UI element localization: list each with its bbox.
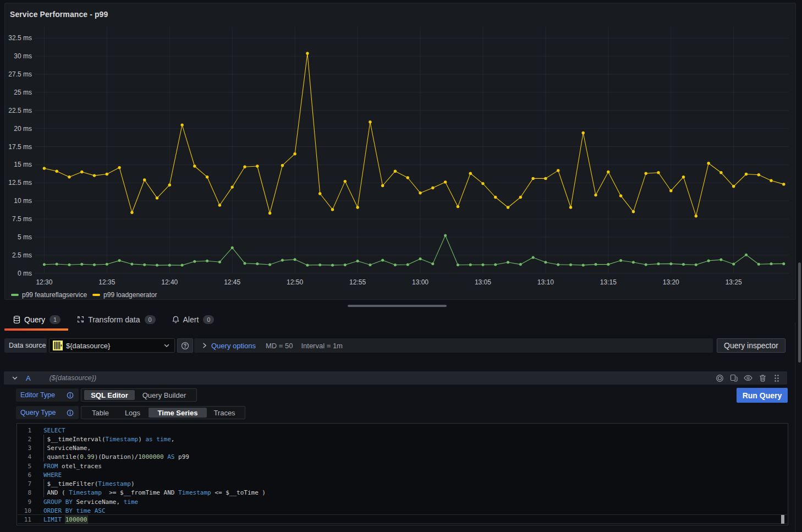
line-number: 1 xyxy=(17,426,31,435)
datasource-help-button[interactable] xyxy=(177,338,193,353)
line-number: 6 xyxy=(17,470,31,480)
legend-label[interactable]: p99 loadgenerator xyxy=(103,291,157,299)
code-line-2[interactable]: 2 $__timeInterval(Timestamp) as time, xyxy=(17,435,788,444)
svg-text:22.5 ms: 22.5 ms xyxy=(8,107,32,114)
svg-text:7.5 ms: 7.5 ms xyxy=(12,215,32,223)
code-line-9[interactable]: 9GROUP BY ServiceName, time xyxy=(17,497,788,507)
svg-text:13:10: 13:10 xyxy=(537,278,554,286)
tab-query-label: Query xyxy=(24,315,45,324)
pane-right-border xyxy=(795,322,795,532)
svg-text:10 ms: 10 ms xyxy=(14,197,32,205)
svg-text:12:55: 12:55 xyxy=(349,278,366,286)
legend-swatch-green xyxy=(11,294,19,296)
code-line-10[interactable]: 10ORDER BY time ASC xyxy=(17,506,788,515)
legend-item-featureflagservice[interactable]: p99 featureflagservice xyxy=(11,291,87,299)
legend-item-loadgenerator[interactable]: p99 loadgenerator xyxy=(92,291,157,299)
info-circle-icon[interactable] xyxy=(67,392,74,399)
svg-text:17.5 ms: 17.5 ms xyxy=(8,143,32,151)
bell-icon xyxy=(172,316,179,323)
query-type-label: Query Type xyxy=(20,409,56,416)
line-number: 9 xyxy=(17,497,31,507)
code-line-11[interactable]: 11LIMIT 100000 xyxy=(17,515,788,524)
code-line-8[interactable]: 8 AND ( Timestamp >= $__fromTime AND Tim… xyxy=(17,488,788,497)
radio-option-logs[interactable]: Logs xyxy=(117,408,149,418)
chevron-down-icon xyxy=(163,342,170,349)
radio-option-time-series[interactable]: Time Series xyxy=(149,408,207,418)
angle-right-icon xyxy=(202,342,207,349)
radio-option-query-builder[interactable]: Query Builder xyxy=(135,390,194,400)
code-text: SELECT xyxy=(43,426,65,435)
query-type-label-box: Query Type xyxy=(16,406,79,419)
run-query-button[interactable]: Run Query xyxy=(737,388,788,403)
svg-text:13:25: 13:25 xyxy=(726,278,742,286)
tab-alert[interactable]: Alert 0 xyxy=(163,311,222,330)
datasource-picker[interactable]: ${datasource} xyxy=(49,338,175,353)
code-text: quantile(0.99)(Duration)/1000000 AS p99 xyxy=(43,452,189,462)
pane-splitter-handle[interactable] xyxy=(348,305,447,307)
indent-guide xyxy=(43,435,44,443)
code-line-5[interactable]: 5FROM otel_traces xyxy=(17,462,788,471)
database-icon xyxy=(13,316,20,323)
disable-query-icon[interactable] xyxy=(715,374,724,382)
code-line-1[interactable]: 1SELECT xyxy=(17,426,788,435)
code-text: WHERE xyxy=(43,470,62,480)
angle-down-icon xyxy=(12,375,18,381)
svg-text:27.5 ms: 27.5 ms xyxy=(8,70,32,78)
query-row-header[interactable]: A (${datasource}) xyxy=(4,371,787,385)
max-data-points-value: MD = 50 xyxy=(266,342,293,350)
legend-label[interactable]: p99 featureflagservice xyxy=(22,291,87,299)
query-actions xyxy=(715,374,787,382)
svg-text:12:45: 12:45 xyxy=(224,278,240,286)
vertical-scrollbar-thumb[interactable] xyxy=(798,262,801,363)
code-line-7[interactable]: 7 $__timeFilter(Timestamp) xyxy=(17,479,788,489)
query-options-row[interactable]: Query options MD = 50 Interval = 1m xyxy=(194,338,713,353)
query-ref-id: A xyxy=(26,374,31,382)
line-number: 5 xyxy=(17,462,31,471)
info-circle-icon[interactable] xyxy=(67,409,74,416)
radio-option-table[interactable]: Table xyxy=(84,408,117,418)
radio-option-sql-editor[interactable]: SQL Editor xyxy=(84,390,135,400)
clickhouse-logo-icon xyxy=(53,341,63,350)
svg-text:13:05: 13:05 xyxy=(475,278,491,286)
tab-query[interactable]: Query 1 xyxy=(4,311,68,330)
editor-type-radio-group: SQL EditorQuery Builder xyxy=(81,388,197,402)
query-type-radio-group: TableLogsTime SeriesTraces xyxy=(81,406,245,419)
query-inspector-button[interactable]: Query inspector xyxy=(717,338,785,353)
indent-guide xyxy=(43,443,44,452)
timeseries-panel: Service Performance - p99 0 ms2.5 ms5 ms… xyxy=(4,3,796,300)
query-datasource-hint: (${datasource}) xyxy=(50,374,96,382)
datasource-value: ${datasource} xyxy=(66,342,163,350)
copy-query-icon[interactable] xyxy=(729,374,738,382)
interval-value: Interval = 1m xyxy=(301,342,343,350)
code-text: $__timeFilter(Timestamp) xyxy=(43,479,135,489)
datasource-label: Data source xyxy=(4,338,47,353)
timeseries-chart[interactable]: 0 ms2.5 ms5 ms7.5 ms10 ms12.5 ms15 ms17.… xyxy=(5,3,796,300)
line-number: 11 xyxy=(17,515,31,524)
indent-guide xyxy=(43,479,44,488)
process-icon xyxy=(77,316,84,323)
active-tab-underline xyxy=(4,328,68,331)
svg-text:12:50: 12:50 xyxy=(287,278,303,286)
line-number: 8 xyxy=(17,488,31,497)
eye-icon[interactable] xyxy=(744,374,752,382)
sql-code-editor[interactable]: 1SELECT2 $__timeInterval(Timestamp) as t… xyxy=(17,423,788,525)
svg-text:5 ms: 5 ms xyxy=(18,233,32,241)
overview-cursor-mark xyxy=(781,515,784,524)
trash-icon[interactable] xyxy=(758,374,767,382)
code-text: $__timeInterval(Timestamp) as time, xyxy=(43,435,174,444)
tab-alert-label: Alert xyxy=(183,315,199,324)
radio-option-traces[interactable]: Traces xyxy=(207,408,242,418)
chart-legend: p99 featureflagservice p99 loadgenerator xyxy=(11,291,163,299)
drag-handle-icon[interactable] xyxy=(772,374,781,382)
svg-text:13:00: 13:00 xyxy=(412,278,429,286)
tab-transform-data[interactable]: Transform data 0 xyxy=(68,311,163,330)
tab-alert-badge: 0 xyxy=(203,315,214,324)
code-line-6[interactable]: 6WHERE xyxy=(17,470,788,480)
svg-text:0 ms: 0 ms xyxy=(18,270,32,277)
tab-transform-label: Transform data xyxy=(88,315,140,324)
code-line-3[interactable]: 3 ServiceName, xyxy=(17,443,788,453)
tabs-bar: Query 1 Transform data 0 Alert 0 xyxy=(4,311,222,330)
code-line-4[interactable]: 4 quantile(0.99)(Duration)/1000000 AS p9… xyxy=(17,452,788,462)
tab-query-badge: 1 xyxy=(50,315,61,324)
svg-text:30 ms: 30 ms xyxy=(14,52,32,60)
